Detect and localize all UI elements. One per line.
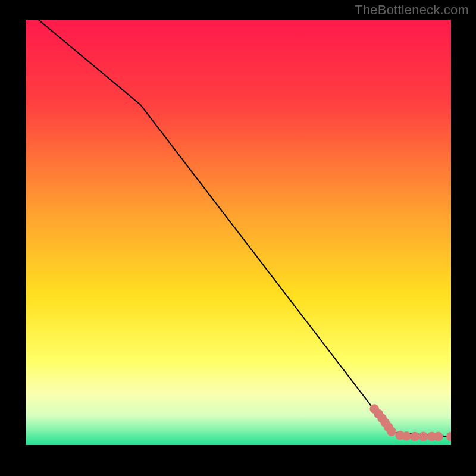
highlight-dots xyxy=(369,404,451,441)
plot-area xyxy=(26,20,451,445)
highlight-dot xyxy=(446,432,451,441)
chart-overlay xyxy=(26,20,451,445)
highlight-dot xyxy=(434,432,443,441)
highlight-dot xyxy=(419,432,428,441)
highlight-dot xyxy=(410,432,419,441)
watermark-text: TheBottleneck.com xyxy=(355,2,469,18)
highlight-dot xyxy=(402,431,411,441)
highlight-dot xyxy=(387,427,396,436)
bottleneck-curve xyxy=(38,20,451,437)
chart-frame: TheBottleneck.com xyxy=(0,0,476,476)
